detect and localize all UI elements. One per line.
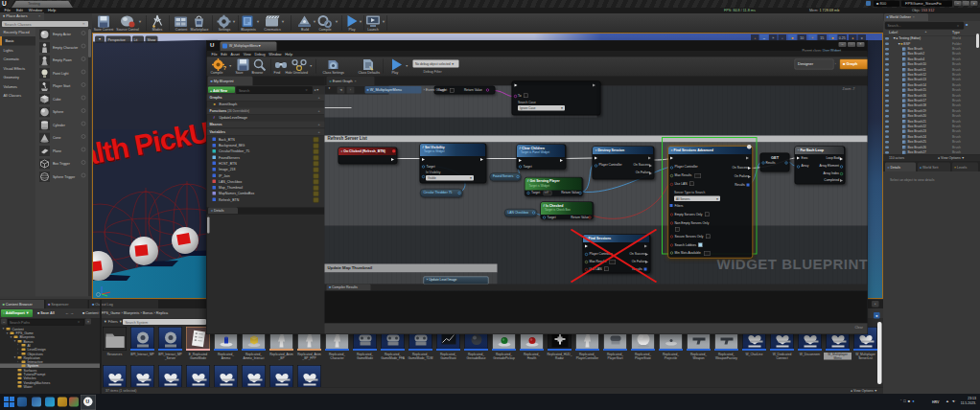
svg-text:?: ? xyxy=(223,65,227,71)
